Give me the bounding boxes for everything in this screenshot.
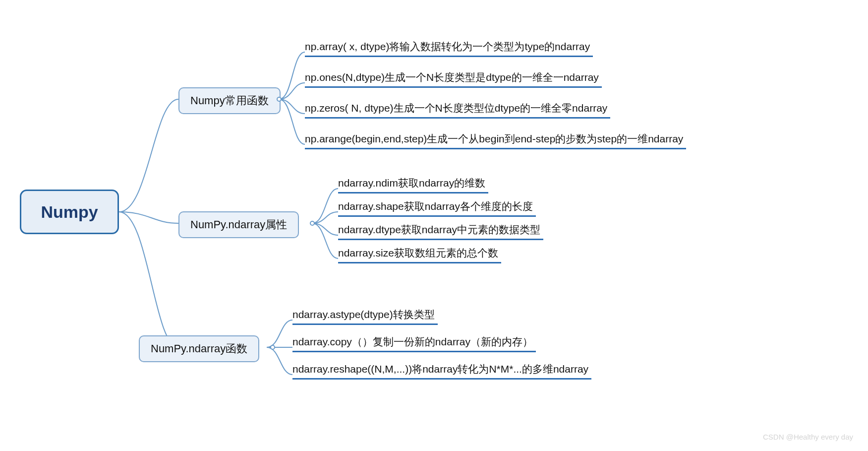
branch-label: NumPy.ndarray函数	[151, 342, 247, 355]
root-label: Numpy	[41, 202, 98, 222]
branch-port-icon	[270, 345, 275, 350]
leaf-np-arange: np.arange(begin,end,step)生成一个从begin到end-…	[305, 131, 686, 149]
leaf-ndarray-astype: ndarray.astype(dtype)转换类型	[292, 307, 438, 325]
leaf-np-ones: np.ones(N,dtype)生成一个N长度类型是dtype的一维全一ndar…	[305, 69, 602, 88]
leaf-ndarray-dtype: ndarray.dtype获取ndarray中元素的数据类型	[338, 222, 543, 240]
branch-attributes[interactable]: NumPy.ndarray属性	[178, 211, 299, 238]
leaf-np-array: np.array( x, dtype)将输入数据转化为一个类型为type的nda…	[305, 39, 593, 57]
branch-functions[interactable]: Numpy常用函数	[178, 87, 281, 114]
branch-label: NumPy.ndarray属性	[190, 218, 287, 231]
leaf-ndarray-reshape: ndarray.reshape((N,M,...))将ndarray转化为N*M…	[292, 361, 591, 380]
leaf-ndarray-shape: ndarray.shape获取ndarray各个维度的长度	[338, 198, 536, 217]
branch-label: Numpy常用函数	[190, 94, 269, 107]
branch-port-icon	[310, 221, 315, 226]
leaf-ndarray-size: ndarray.size获取数组元素的总个数	[338, 245, 501, 263]
branch-methods[interactable]: NumPy.ndarray函数	[139, 335, 259, 362]
root-node[interactable]: Numpy	[20, 190, 119, 234]
branch-port-icon	[277, 97, 282, 102]
leaf-np-zeros: np.zeros( N, dtype)生成一个N长度类型位dtype的一维全零n…	[305, 100, 610, 119]
leaf-ndarray-copy: ndarray.copy（）复制一份新的ndarray（新的内存）	[292, 334, 536, 352]
leaf-ndarray-ndim: ndarray.ndim获取ndarray的维数	[338, 175, 488, 193]
watermark: CSDN @Healthy every day	[763, 433, 853, 441]
